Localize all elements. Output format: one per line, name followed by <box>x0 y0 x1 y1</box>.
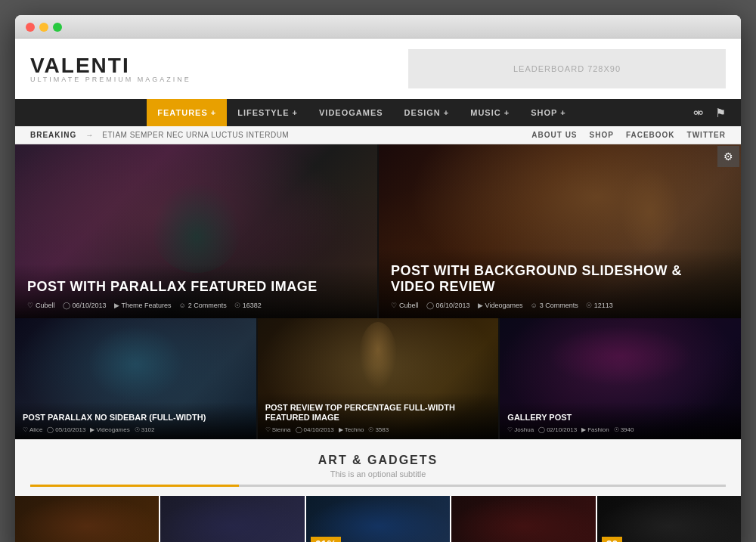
thumb-badge-3: 61% <box>311 537 341 542</box>
small-views-1: ☉ 3102 <box>135 426 155 433</box>
settings-button[interactable]: ⚙ <box>717 146 739 167</box>
close-button[interactable] <box>26 23 35 32</box>
thumb-item-2[interactable] <box>160 496 304 542</box>
small-post-1[interactable]: POST PARALLAX NO SIDEBAR (FULL-WIDTH) ♡ … <box>15 318 256 439</box>
breaking-link-shop[interactable]: SHOP <box>590 131 614 139</box>
small-post-title-3: GALLERY POST <box>507 413 733 423</box>
nav-item-music[interactable]: MUSIC + <box>460 99 520 126</box>
breaking-arrow: → <box>85 131 93 139</box>
small-date-3: ◯ 02/10/2013 <box>538 426 577 433</box>
small-category-2: ▶ Techno <box>339 426 364 433</box>
nav-item-features[interactable]: FEATURES + <box>147 99 227 126</box>
eye-icon: ☉ <box>234 302 240 309</box>
breaking-text: ETIAM SEMPER NEC URNA LUCTUS INTERDUM <box>102 131 289 139</box>
post-author-1: ♡ Cubell <box>27 302 55 309</box>
small-eye-icon-3: ☉ <box>614 426 619 433</box>
small-clock-icon-3: ◯ <box>538 426 545 433</box>
small-post-meta-3: ♡ Joshua ◯ 02/10/2013 ▶ Fashion ☉ <box>507 426 733 433</box>
post-comments-2: ☺ 3 Comments <box>530 302 578 309</box>
post-overlay-1: POST WITH PARALLAX FEATURED IMAGE ♡ Cube… <box>15 264 377 318</box>
breaking-link-about[interactable]: ABOUT US <box>531 131 577 139</box>
breaking-link-twitter[interactable]: TWITTER <box>687 131 726 139</box>
search-icon[interactable]: ⚮ <box>693 106 703 120</box>
nav-item-videogames[interactable]: VIDEOGAMES <box>308 99 394 126</box>
post-author-2: ♡ Cubell <box>391 302 419 309</box>
post-overlay-2: POST WITH BACKGROUND SLIDESHOW & VIDEO R… <box>379 248 741 318</box>
featured-post-1[interactable]: POST WITH PARALLAX FEATURED IMAGE ♡ Cube… <box>15 144 377 318</box>
small-category-3: ▶ Fashion <box>581 426 609 433</box>
main-nav: FEATURES + LIFESTYLE + VIDEOGAMES DESIGN… <box>15 99 741 126</box>
small-views-3: ☉ 3940 <box>614 426 634 433</box>
small-author-2: ♡ Sienna <box>265 426 291 433</box>
small-folder-icon-3: ▶ <box>581 426 586 433</box>
small-clock-icon-2: ◯ <box>296 426 302 433</box>
small-author-1: ♡ Alice <box>23 426 42 433</box>
post-title-2: POST WITH BACKGROUND SLIDESHOW & VIDEO R… <box>391 263 729 296</box>
small-author-icon-1: ♡ <box>23 426 28 433</box>
browser-content: VALENTI ULTIMATE PREMIUM MAGAZINE LEADER… <box>15 39 741 542</box>
small-post-meta-2: ♡ Sienna ◯ 04/10/2013 ▶ Techno ☉ <box>265 426 491 433</box>
post-date-2: ◯ 06/10/2013 <box>426 302 470 309</box>
nav-icons: ⚮ ⚑ <box>693 106 726 120</box>
section-title: ART & GADGETS <box>30 454 726 467</box>
small-author-3: ♡ Joshua <box>507 426 534 433</box>
thumb-badge-5: 30 <box>602 537 623 542</box>
maximize-button[interactable] <box>53 23 62 32</box>
site-logo: VALENTI ULTIMATE PREMIUM MAGAZINE <box>30 55 191 83</box>
small-post-2[interactable]: POST REVIEW TOP PERCENTAGE FULL-WIDTH FE… <box>258 318 499 439</box>
section-header: ART & GADGETS This is an optional subtit… <box>15 439 741 496</box>
thumb-item-4[interactable] <box>451 496 595 542</box>
small-post-overlay-3: GALLERY POST ♡ Joshua ◯ 02/10/2013 ▶ Fas <box>500 402 741 439</box>
small-post-title-1: POST PARALLAX NO SIDEBAR (FULL-WIDTH) <box>23 413 249 423</box>
featured-grid: POST WITH PARALLAX FEATURED IMAGE ♡ Cube… <box>15 144 741 318</box>
small-post-title-2: POST REVIEW TOP PERCENTAGE FULL-WIDTH FE… <box>265 403 491 423</box>
thumb-item-1[interactable] <box>15 496 159 542</box>
section-line <box>30 485 726 487</box>
logo-sub: ULTIMATE PREMIUM MAGAZINE <box>30 76 191 83</box>
thumbnail-row: 61% 30 <box>15 496 741 542</box>
small-post-3[interactable]: GALLERY POST ♡ Joshua ◯ 02/10/2013 ▶ Fas <box>500 318 741 439</box>
small-post-meta-1: ♡ Alice ◯ 05/10/2013 ▶ Videogames ☉ <box>23 426 249 433</box>
folder-icon-2: ▶ <box>478 302 483 309</box>
post-title-1: POST WITH PARALLAX FEATURED IMAGE <box>27 279 365 296</box>
comment-icon-2: ☺ <box>530 302 537 309</box>
comment-icon: ☺ <box>179 302 186 309</box>
author-icon: ♡ <box>27 302 33 309</box>
breaking-links: ABOUT US SHOP FACEBOOK TWITTER <box>531 131 726 139</box>
post-views-1: ☉ 16382 <box>234 302 262 309</box>
small-author-icon-3: ♡ <box>507 426 513 433</box>
user-icon[interactable]: ⚑ <box>715 106 726 120</box>
breaking-label: Breaking <box>30 131 76 139</box>
browser-window: VALENTI ULTIMATE PREMIUM MAGAZINE LEADER… <box>15 15 741 542</box>
clock-icon: ◯ <box>63 302 70 309</box>
browser-chrome <box>15 15 741 39</box>
thumb-item-3[interactable]: 61% <box>306 496 450 542</box>
thumb-item-5[interactable]: 30 <box>597 496 741 542</box>
bottom-grid: POST PARALLAX NO SIDEBAR (FULL-WIDTH) ♡ … <box>15 318 741 439</box>
small-folder-icon-1: ▶ <box>90 426 94 433</box>
small-date-1: ◯ 05/10/2013 <box>47 426 85 433</box>
nav-item-lifestyle[interactable]: LIFESTYLE + <box>227 99 308 126</box>
small-clock-icon-1: ◯ <box>47 426 54 433</box>
breaking-link-facebook[interactable]: FACEBOOK <box>626 131 675 139</box>
leaderboard-ad: LEADERBOARD 728X90 <box>408 49 726 88</box>
nav-items: FEATURES + LIFESTYLE + VIDEOGAMES DESIGN… <box>30 99 693 126</box>
small-author-icon-2: ♡ <box>265 426 271 433</box>
featured-post-2[interactable]: POST WITH BACKGROUND SLIDESHOW & VIDEO R… <box>379 144 741 318</box>
traffic-lights <box>26 23 62 32</box>
eye-icon-2: ☉ <box>586 302 592 309</box>
small-views-2: ☉ 3583 <box>368 426 389 433</box>
post-meta-1: ♡ Cubell ◯ 06/10/2013 ▶ Theme Features <box>27 302 365 309</box>
small-post-overlay-2: POST REVIEW TOP PERCENTAGE FULL-WIDTH FE… <box>258 392 499 439</box>
post-category-1: ▶ Theme Features <box>114 302 172 309</box>
post-category-2: ▶ Videogames <box>478 302 523 309</box>
site-header: VALENTI ULTIMATE PREMIUM MAGAZINE LEADER… <box>15 39 741 99</box>
post-views-2: ☉ 12113 <box>586 302 613 309</box>
clock-icon-2: ◯ <box>426 302 434 309</box>
breaking-bar: Breaking → ETIAM SEMPER NEC URNA LUCTUS … <box>15 126 741 144</box>
nav-item-design[interactable]: DESIGN + <box>394 99 460 126</box>
folder-icon: ▶ <box>114 302 119 309</box>
minimize-button[interactable] <box>39 23 48 32</box>
nav-item-shop[interactable]: SHOP + <box>520 99 576 126</box>
small-eye-icon-1: ☉ <box>135 426 140 433</box>
